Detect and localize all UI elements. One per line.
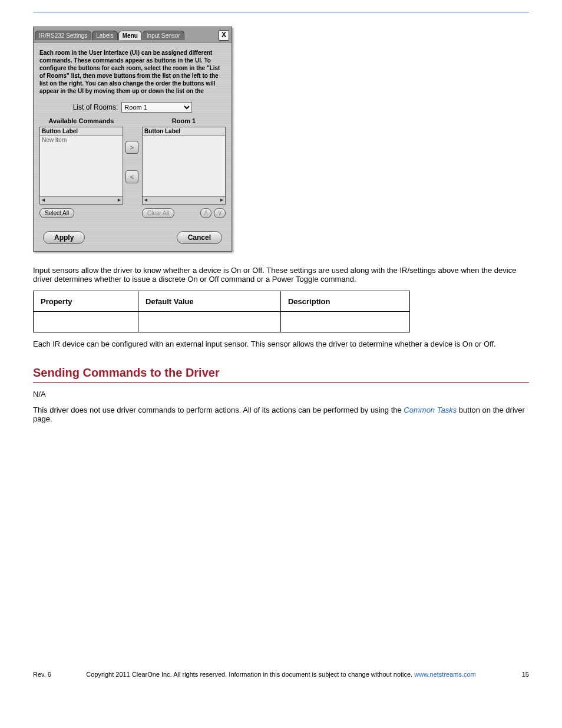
tab-bar: IR/RS232 Settings Labels Menu Input Sens…: [34, 27, 232, 42]
button-label-column-left: Button Label: [40, 127, 123, 136]
move-up-button[interactable]: /\: [200, 208, 212, 218]
generic-ir-dialog: IR/RS232 Settings Labels Menu Input Sens…: [33, 27, 232, 252]
dialog-body: Each room in the User Interface (UI) can…: [34, 42, 232, 223]
th-desc: Description: [280, 291, 409, 312]
tab-ir-rs232[interactable]: IR/RS232 Settings: [35, 31, 91, 40]
move-down-button[interactable]: \/: [214, 208, 226, 218]
th-default: Default Value: [138, 291, 281, 312]
td-property: [34, 312, 138, 332]
input-sensor-paragraph: Input sensors allow the driver to know w…: [33, 266, 529, 284]
section-sending-commands: Sending Commands to the Driver: [33, 366, 529, 383]
td-default: [138, 312, 281, 332]
apply-button[interactable]: Apply: [43, 231, 85, 244]
common-tasks-link[interactable]: Common Tasks: [404, 406, 457, 414]
available-commands-list[interactable]: Button Label New Item ◄ ►: [39, 127, 123, 205]
hscrollbar-right[interactable]: ◄ ►: [143, 196, 225, 204]
room-commands-header: Room 1: [142, 117, 226, 124]
tab-labels[interactable]: Labels: [92, 31, 117, 40]
scroll-right-icon[interactable]: ►: [219, 197, 224, 204]
clear-all-button[interactable]: Clear All: [142, 208, 174, 218]
footer-copyright: Copyright 2011 ClearOne Inc. All rights …: [86, 671, 412, 678]
scroll-left-icon[interactable]: ◄: [41, 197, 46, 204]
close-icon[interactable]: X: [219, 30, 229, 41]
tail-text-1: This driver does not use driver commands…: [33, 406, 404, 414]
page-footer: Rev. 6 Copyright 2011 ClearOne Inc. All …: [33, 671, 529, 678]
property-table: Property Default Value Description: [33, 291, 410, 332]
scroll-right-icon[interactable]: ►: [117, 197, 122, 204]
available-commands-header: Available Commands: [39, 117, 123, 124]
button-label-column-right: Button Label: [143, 127, 225, 136]
move-left-button[interactable]: <: [125, 170, 138, 183]
na-line: N/A: [33, 390, 529, 398]
footer-rev: Rev. 6: [33, 671, 51, 678]
cancel-button[interactable]: Cancel: [177, 231, 222, 244]
rooms-select[interactable]: Room 1: [121, 102, 192, 113]
dialog-description: Each room in the User Interface (UI) can…: [39, 49, 226, 95]
rooms-label: List of Rooms:: [73, 103, 118, 111]
td-desc: [280, 312, 409, 332]
link-paragraph: This driver does not use driver commands…: [33, 406, 529, 423]
tail-text-2: button on the: [459, 406, 506, 414]
scroll-left-icon[interactable]: ◄: [143, 197, 148, 204]
tab-menu[interactable]: Menu: [118, 31, 142, 40]
hscrollbar-left[interactable]: ◄ ►: [40, 196, 123, 204]
footer-link[interactable]: www.netstreams.com: [414, 671, 476, 678]
room-commands-list[interactable]: Button Label ◄ ►: [142, 127, 226, 205]
th-property: Property: [34, 291, 138, 312]
tab-input-sensor[interactable]: Input Sensor: [143, 31, 184, 40]
move-right-button[interactable]: >: [125, 141, 138, 154]
footer-page-no: 15: [522, 671, 529, 678]
select-all-button[interactable]: Select All: [39, 208, 74, 218]
after-table-paragraph: Each IR device can be configured with an…: [33, 340, 529, 348]
header-separator: [33, 12, 529, 12]
list-item[interactable]: New Item: [42, 137, 121, 143]
